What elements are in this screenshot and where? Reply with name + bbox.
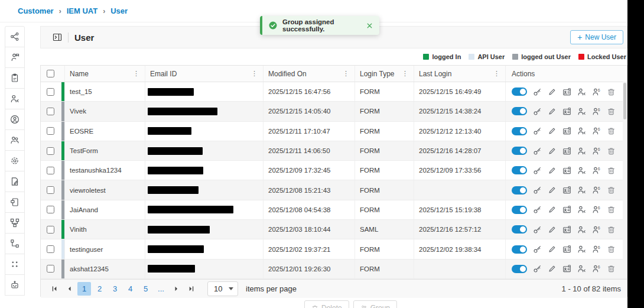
page-button-5[interactable]: 5	[139, 282, 152, 296]
page-button-3[interactable]: 3	[108, 282, 122, 296]
page-button-2[interactable]: 2	[93, 282, 106, 296]
column-menu-icon[interactable]: ⋮	[402, 70, 414, 77]
user-enabled-toggle[interactable]	[512, 206, 527, 214]
row-checkbox[interactable]	[47, 186, 54, 194]
new-user-button[interactable]: + New User	[570, 30, 623, 44]
sidebar-item-document-tag[interactable]	[5, 192, 25, 213]
user-revoke-icon[interactable]	[577, 186, 586, 194]
edit-pencil-icon[interactable]	[548, 127, 557, 135]
user-enabled-toggle[interactable]	[512, 225, 527, 234]
delete-trash-icon[interactable]	[607, 186, 616, 194]
collapse-panel-icon[interactable]	[53, 33, 62, 42]
row-checkbox[interactable]	[47, 88, 54, 96]
row-checkbox[interactable]	[47, 127, 54, 135]
breadcrumb-customer[interactable]: Customer	[18, 7, 54, 15]
page-button-ellipsis[interactable]: ...	[154, 282, 168, 296]
user-revoke-icon[interactable]	[577, 264, 586, 273]
edit-pencil-icon[interactable]	[548, 225, 557, 234]
delete-trash-icon[interactable]	[607, 245, 616, 254]
user-revoke-icon[interactable]	[577, 166, 586, 175]
user-revoke-icon[interactable]	[577, 127, 586, 135]
user-groups-icon[interactable]: 6	[592, 87, 601, 96]
user-enabled-toggle[interactable]	[512, 87, 527, 96]
first-page-button[interactable]	[48, 283, 61, 296]
user-details-card-icon[interactable]	[562, 166, 571, 175]
user-details-card-icon[interactable]	[562, 205, 571, 214]
sidebar-item-hierarchy[interactable]	[5, 233, 25, 254]
vertical-scrollbar[interactable]	[623, 82, 627, 278]
bulk-delete-button[interactable]: Delete	[304, 300, 349, 308]
edit-pencil-icon[interactable]	[548, 166, 557, 175]
user-enabled-toggle[interactable]	[512, 186, 527, 194]
user-groups-icon[interactable]: 6	[592, 186, 601, 194]
edit-pencil-icon[interactable]	[548, 186, 557, 194]
user-enabled-toggle[interactable]	[512, 127, 527, 135]
user-details-card-icon[interactable]	[562, 127, 571, 135]
sidebar-item-bot[interactable]	[5, 274, 25, 296]
delete-trash-icon[interactable]	[607, 205, 616, 214]
edit-pencil-icon[interactable]	[548, 264, 557, 273]
last-page-button[interactable]	[184, 283, 197, 296]
page-button-1[interactable]: 1	[77, 282, 91, 296]
user-enabled-toggle[interactable]	[512, 265, 527, 273]
row-checkbox[interactable]	[47, 245, 54, 253]
user-revoke-icon[interactable]	[577, 107, 586, 116]
row-checkbox[interactable]	[47, 206, 54, 213]
reset-password-key-icon[interactable]	[533, 245, 542, 254]
edit-pencil-icon[interactable]	[548, 245, 557, 254]
reset-password-key-icon[interactable]	[533, 127, 542, 135]
user-groups-icon[interactable]: 6	[592, 166, 601, 175]
toast-close-icon[interactable]	[366, 22, 373, 30]
column-menu-icon[interactable]: ⋮	[251, 70, 263, 77]
delete-trash-icon[interactable]	[607, 127, 616, 135]
user-revoke-icon[interactable]	[577, 205, 586, 214]
row-checkbox[interactable]	[47, 147, 54, 155]
edit-pencil-icon[interactable]	[548, 205, 557, 214]
page-button-4[interactable]: 4	[123, 282, 137, 296]
reset-password-key-icon[interactable]	[533, 225, 542, 234]
user-groups-icon[interactable]: 6	[592, 147, 601, 155]
user-enabled-toggle[interactable]	[512, 245, 527, 254]
sidebar-item-clipboard[interactable]	[5, 67, 25, 89]
sidebar-item-workflow[interactable]	[5, 26, 25, 47]
reset-password-key-icon[interactable]	[533, 186, 542, 194]
user-details-card-icon[interactable]	[562, 245, 571, 254]
row-checkbox[interactable]	[47, 226, 54, 234]
user-revoke-icon[interactable]	[577, 87, 586, 96]
breadcrumb-iem-uat[interactable]: IEM UAT	[67, 7, 97, 15]
user-groups-icon[interactable]: 6	[592, 107, 601, 116]
scrollbar-thumb[interactable]	[623, 83, 626, 119]
edit-pencil-icon[interactable]	[548, 87, 557, 96]
user-details-card-icon[interactable]	[562, 107, 571, 116]
delete-trash-icon[interactable]	[607, 225, 616, 234]
column-menu-icon[interactable]: ⋮	[493, 70, 505, 77]
user-revoke-icon[interactable]	[577, 225, 586, 234]
previous-page-button[interactable]	[63, 283, 76, 296]
delete-trash-icon[interactable]	[607, 107, 616, 116]
user-groups-icon[interactable]: 6	[592, 205, 601, 214]
user-groups-icon[interactable]: 6	[592, 264, 601, 273]
edit-pencil-icon[interactable]	[548, 107, 557, 116]
user-groups-icon[interactable]: 6	[592, 245, 601, 254]
page-size-dropdown[interactable]: 10	[207, 281, 238, 296]
user-revoke-icon[interactable]	[577, 147, 586, 155]
user-details-card-icon[interactable]	[562, 186, 571, 194]
next-page-button[interactable]	[170, 283, 183, 296]
select-all-checkbox[interactable]	[47, 70, 54, 77]
user-groups-icon[interactable]: 6	[592, 127, 601, 135]
sidebar-item-users[interactable]	[5, 129, 25, 151]
user-enabled-toggle[interactable]	[512, 166, 527, 174]
breadcrumb-user[interactable]: User	[110, 7, 128, 15]
edit-pencil-icon[interactable]	[548, 147, 557, 155]
user-details-card-icon[interactable]	[562, 87, 571, 96]
sidebar-item-user-access[interactable]	[5, 88, 25, 109]
delete-trash-icon[interactable]	[607, 264, 616, 273]
user-details-card-icon[interactable]	[562, 225, 571, 234]
user-enabled-toggle[interactable]	[512, 107, 527, 115]
row-checkbox[interactable]	[47, 265, 54, 273]
user-details-card-icon[interactable]	[562, 264, 571, 273]
user-details-card-icon[interactable]	[562, 147, 571, 155]
sidebar-item-apps[interactable]	[5, 254, 25, 275]
sidebar-item-settings[interactable]	[5, 150, 25, 171]
delete-trash-icon[interactable]	[607, 166, 616, 175]
